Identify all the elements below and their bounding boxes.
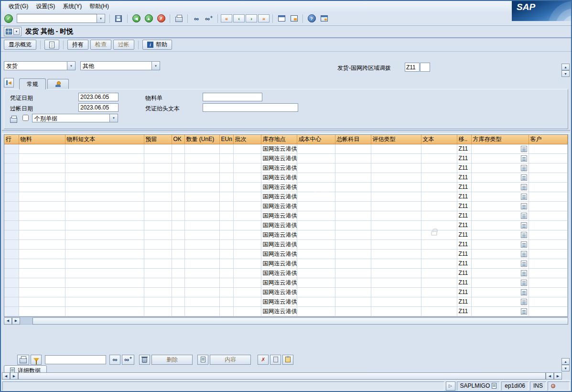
stock-type-dropdown-icon[interactable] <box>521 155 527 162</box>
cell-gl-account[interactable] <box>335 240 371 249</box>
col-material-text[interactable]: 物料短文本 <box>65 135 144 144</box>
table-row[interactable]: 国网连云港供电 Z11 <box>4 163 568 173</box>
cell-customer[interactable] <box>529 163 568 173</box>
cell-batch[interactable] <box>233 287 261 297</box>
cell-quantity[interactable] <box>184 173 219 182</box>
cell-eun[interactable] <box>219 211 233 220</box>
cell-line[interactable] <box>4 182 19 192</box>
cell-valuation-type[interactable] <box>371 268 421 278</box>
col-movement-type[interactable]: 移.. <box>457 135 471 144</box>
cell-batch[interactable] <box>233 211 261 220</box>
cell-customer[interactable] <box>529 297 568 306</box>
cell-cost-center[interactable] <box>297 278 335 287</box>
movement-type-field[interactable] <box>405 63 420 72</box>
customize-layout-button[interactable] <box>318 13 330 24</box>
stock-type-dropdown-icon[interactable] <box>521 280 527 286</box>
cell-storage-location[interactable]: 国网连云港供电 <box>261 297 297 306</box>
cell-storage-location[interactable]: 国网连云港供电 <box>261 230 297 240</box>
stock-type-dropdown-icon[interactable] <box>521 146 527 152</box>
cell-movement-type[interactable]: Z11 <box>457 240 471 249</box>
cell-material[interactable] <box>19 230 65 240</box>
cell-quantity[interactable] <box>184 278 219 287</box>
cell-customer[interactable] <box>529 278 568 287</box>
item-clear-button[interactable]: ✗ <box>258 355 269 365</box>
command-history-button[interactable]: ▼ <box>97 14 105 23</box>
reference-combo-value[interactable]: 其他 <box>80 61 152 70</box>
cell-movement-type[interactable]: Z11 <box>457 153 471 163</box>
cell-cost-center[interactable] <box>297 297 335 306</box>
cell-material-text[interactable] <box>65 153 144 163</box>
cell-line[interactable] <box>4 240 19 249</box>
cell-material[interactable] <box>19 268 65 278</box>
cell-stock-type[interactable] <box>471 163 529 173</box>
cell-batch[interactable] <box>233 182 261 192</box>
cell-eun[interactable] <box>219 220 233 230</box>
cell-quantity[interactable] <box>184 249 219 259</box>
cell-customer[interactable] <box>529 220 568 230</box>
next-page-button[interactable]: › <box>246 14 257 22</box>
cell-valuation-type[interactable] <box>371 144 421 153</box>
cell-valuation-type[interactable] <box>371 153 421 163</box>
cell-text[interactable] <box>421 173 457 182</box>
previous-page-button[interactable]: ‹ <box>233 14 245 22</box>
stock-type-dropdown-icon[interactable] <box>521 174 527 181</box>
cell-movement-type[interactable]: Z11 <box>457 220 471 230</box>
cell-gl-account[interactable] <box>335 144 371 153</box>
table-row[interactable]: 国网连云港供电 Z11 <box>4 287 568 297</box>
table-row[interactable]: 国网连云港供电 Z11 <box>4 278 568 287</box>
cell-material[interactable] <box>19 173 65 182</box>
cell-valuation-type[interactable] <box>371 306 421 316</box>
scroll-up-button[interactable]: ▲ <box>561 64 570 70</box>
cell-material[interactable] <box>19 220 65 230</box>
cell-reservation[interactable] <box>144 268 172 278</box>
cell-valuation-type[interactable] <box>371 211 421 220</box>
cell-eun[interactable] <box>219 192 233 201</box>
stock-type-dropdown-icon[interactable] <box>521 194 527 200</box>
cell-batch[interactable] <box>233 163 261 173</box>
cell-movement-type[interactable]: Z11 <box>457 259 471 268</box>
cell-material-text[interactable] <box>65 211 144 220</box>
cell-quantity[interactable] <box>184 192 219 201</box>
cell-quantity[interactable] <box>184 287 219 297</box>
cell-material-text[interactable] <box>65 306 144 316</box>
stock-type-dropdown-icon[interactable] <box>521 251 527 257</box>
cell-stock-type[interactable] <box>471 240 529 249</box>
col-gl-account[interactable]: 总帐科目 <box>335 135 371 144</box>
col-storage-location[interactable]: 库存地点 <box>261 135 297 144</box>
cell-valuation-type[interactable] <box>371 201 421 211</box>
cell-storage-location[interactable]: 国网连云港供电 <box>261 249 297 259</box>
table-row[interactable]: 国网连云港供电 Z11 <box>4 230 568 240</box>
cell-material[interactable] <box>19 211 65 220</box>
cell-cost-center[interactable] <box>297 240 335 249</box>
document-date-field[interactable] <box>78 93 119 101</box>
cell-movement-type[interactable]: Z11 <box>457 287 471 297</box>
cell-line[interactable] <box>4 249 19 259</box>
cell-quantity[interactable] <box>184 297 219 306</box>
cell-material-text[interactable] <box>65 192 144 201</box>
special-stock-field[interactable] <box>420 63 430 72</box>
scroll-down-button[interactable]: ▼ <box>561 70 570 77</box>
cell-valuation-type[interactable] <box>371 163 421 173</box>
cell-text[interactable] <box>421 182 457 192</box>
cell-batch[interactable] <box>233 153 261 163</box>
stock-type-dropdown-icon[interactable] <box>521 165 527 171</box>
create-shortcut-button[interactable] <box>288 13 300 24</box>
table-row[interactable]: 国网连云港供电 Z11 <box>4 306 568 316</box>
cell-material[interactable] <box>19 144 65 153</box>
cell-movement-type[interactable]: Z11 <box>457 144 471 153</box>
cell-ok[interactable] <box>172 240 184 249</box>
cell-quantity[interactable] <box>184 220 219 230</box>
cell-eun[interactable] <box>219 163 233 173</box>
table-row[interactable]: 国网连云港供电 Z11 <box>4 182 568 192</box>
cell-quantity[interactable] <box>184 211 219 220</box>
menu-help[interactable]: 帮助(H) <box>86 1 113 11</box>
cell-text[interactable] <box>421 240 457 249</box>
cell-batch[interactable] <box>233 220 261 230</box>
scrollbar-thumb[interactable] <box>32 317 568 325</box>
cell-reservation[interactable] <box>144 173 172 182</box>
cell-batch[interactable] <box>233 192 261 201</box>
stock-type-dropdown-icon[interactable] <box>521 232 527 238</box>
cell-line[interactable] <box>4 211 19 220</box>
cell-stock-type[interactable] <box>471 287 529 297</box>
cell-material-text[interactable] <box>65 240 144 249</box>
